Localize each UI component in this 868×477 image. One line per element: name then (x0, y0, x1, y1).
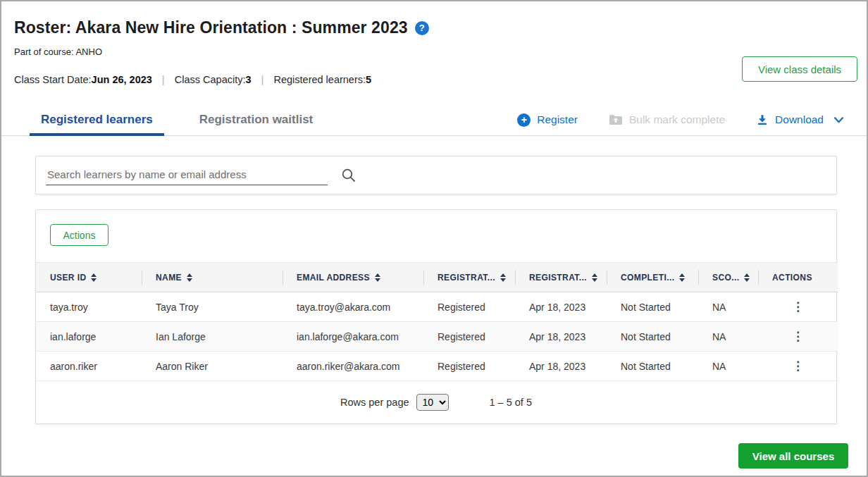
page-header: Roster: Akara New Hire Orientation : Sum… (14, 18, 429, 37)
table-cell: taya.troy (36, 292, 142, 322)
table-cell: Aaron Riker (142, 352, 283, 381)
column-header-name[interactable]: NAME (142, 263, 283, 292)
download-group: Download (756, 113, 844, 126)
table-cell: Not Started (607, 292, 698, 322)
tab-bar: Registered learners Registration waitlis… (1, 104, 867, 136)
class-start-date-value: Jun 26, 2023 (92, 74, 152, 85)
bulk-mark-complete-label: Bulk mark complete (629, 113, 725, 126)
download-icon (756, 113, 769, 126)
table-row: ian.laforgeIan Laforgeian.laforge@akara.… (36, 322, 838, 352)
chevron-down-icon[interactable] (833, 116, 844, 124)
table-cell: Registered (423, 352, 515, 381)
class-info-line: Class Start Date: Jun 26, 2023 | Class C… (14, 73, 371, 85)
search-icon[interactable] (340, 167, 357, 184)
table-row: aaron.rikerAaron Rikeraaron.riker@akara.… (36, 352, 838, 381)
search-card (35, 156, 837, 194)
actions-button[interactable]: Actions (50, 224, 108, 246)
info-separator: | (261, 73, 264, 85)
table-cell: Not Started (607, 322, 698, 352)
roster-page: Roster: Akara New Hire Orientation : Sum… (0, 0, 868, 477)
table-cell: NA (698, 352, 758, 381)
course-subtitle: Part of course: ANHO (14, 47, 102, 57)
tab-registration-waitlist[interactable]: Registration waitlist (188, 104, 325, 135)
column-header-actions: ACTIONS (758, 263, 838, 292)
download-button[interactable]: Download (756, 113, 824, 126)
column-label: EMAIL ADDRESS (297, 273, 370, 283)
table-cell: Ian Laforge (142, 322, 283, 352)
sort-icon[interactable] (187, 273, 192, 282)
column-label: USER ID (50, 273, 86, 283)
page-title: Roster: Akara New Hire Orientation : Sum… (14, 18, 408, 37)
table-row: taya.troyTaya Troytaya.troy@akara.comReg… (36, 292, 838, 322)
table-cell: Registered (423, 292, 515, 322)
sort-icon[interactable] (500, 273, 506, 282)
bulk-mark-complete-button[interactable]: Bulk mark complete (609, 113, 725, 126)
learners-table: USER IDNAMEEMAIL ADDRESSREGISTRAT...REGI… (36, 262, 838, 381)
column-label: REGISTRAT... (529, 273, 587, 283)
table-cell: Apr 18, 2023 (515, 322, 607, 352)
kebab-menu-icon[interactable]: ⋮ (790, 360, 807, 372)
folder-upload-icon (609, 114, 623, 125)
help-icon[interactable]: ? (415, 21, 429, 35)
table-cell: Not Started (607, 352, 698, 381)
table-cell: Apr 18, 2023 (515, 292, 607, 322)
table-cell: ian.laforge@akara.com (283, 322, 423, 352)
column-label: REGISTRAT... (438, 273, 495, 283)
column-header-sco[interactable]: SCO... (698, 263, 758, 292)
plus-icon: + (517, 113, 531, 127)
column-header-registrat[interactable]: REGISTRAT... (515, 263, 607, 292)
table-cell-actions: ⋮ (758, 322, 838, 352)
kebab-menu-icon[interactable]: ⋮ (790, 301, 807, 313)
sort-icon[interactable] (91, 273, 97, 282)
actions-row: Actions (36, 210, 836, 262)
rows-per-page-label: Rows per page (340, 397, 409, 408)
column-label: NAME (156, 273, 182, 283)
table-body: taya.troyTaya Troytaya.troy@akara.comReg… (36, 292, 838, 381)
sort-icon[interactable] (679, 273, 685, 282)
view-class-details-button[interactable]: View class details (742, 56, 857, 82)
table-cell: Registered (423, 322, 515, 352)
class-capacity-value: 3 (245, 74, 251, 85)
toolbar: + Register Bulk mark complete (517, 104, 844, 136)
table-cell: NA (698, 292, 758, 322)
view-all-courses-button[interactable]: View all courses (738, 443, 848, 469)
register-button-label: Register (537, 113, 578, 126)
table-cell: Taya Troy (142, 292, 283, 322)
table-cell: taya.troy@akara.com (283, 292, 423, 322)
table-cell: NA (698, 322, 758, 352)
column-header-user-id[interactable]: USER ID (36, 263, 142, 292)
download-button-label: Download (775, 113, 824, 126)
class-start-date-label: Class Start Date: (14, 74, 92, 85)
table-cell: Apr 18, 2023 (515, 352, 607, 381)
table-cell-actions: ⋮ (758, 292, 838, 322)
pagination-range: 1 – 5 of 5 (490, 397, 532, 408)
tab-registered-learners[interactable]: Registered learners (30, 104, 164, 135)
learners-table-card: Actions USER IDNAMEEMAIL ADDRESSREGISTRA… (35, 209, 837, 424)
sort-icon[interactable] (592, 273, 597, 282)
pagination-bar: Rows per page 10 1 – 5 of 5 (36, 381, 836, 423)
registered-learners-label: Registered learners: (273, 74, 366, 85)
sort-icon[interactable] (375, 273, 380, 282)
column-header-email-address[interactable]: EMAIL ADDRESS (283, 263, 423, 292)
search-input[interactable] (46, 166, 328, 185)
table-header-row: USER IDNAMEEMAIL ADDRESSREGISTRAT...REGI… (36, 263, 838, 292)
sort-icon[interactable] (744, 273, 750, 282)
column-header-registrat[interactable]: REGISTRAT... (423, 263, 515, 292)
tabs: Registered learners Registration waitlis… (30, 104, 324, 135)
column-label: COMPLETI... (621, 273, 674, 283)
class-capacity-label: Class Capacity: (175, 74, 246, 85)
register-button[interactable]: + Register (517, 113, 578, 127)
table-cell: aaron.riker (36, 352, 142, 381)
registered-learners-value: 5 (366, 74, 371, 85)
table-cell: ian.laforge (36, 322, 142, 352)
rows-per-page-select[interactable]: 10 (416, 394, 449, 411)
table-cell-actions: ⋮ (758, 352, 838, 381)
column-label: ACTIONS (772, 273, 812, 283)
table-cell: aaron.riker@akara.com (283, 352, 423, 381)
column-label: SCO... (712, 273, 739, 283)
column-header-completi[interactable]: COMPLETI... (607, 263, 698, 292)
info-separator: | (162, 73, 165, 85)
kebab-menu-icon[interactable]: ⋮ (790, 330, 807, 342)
